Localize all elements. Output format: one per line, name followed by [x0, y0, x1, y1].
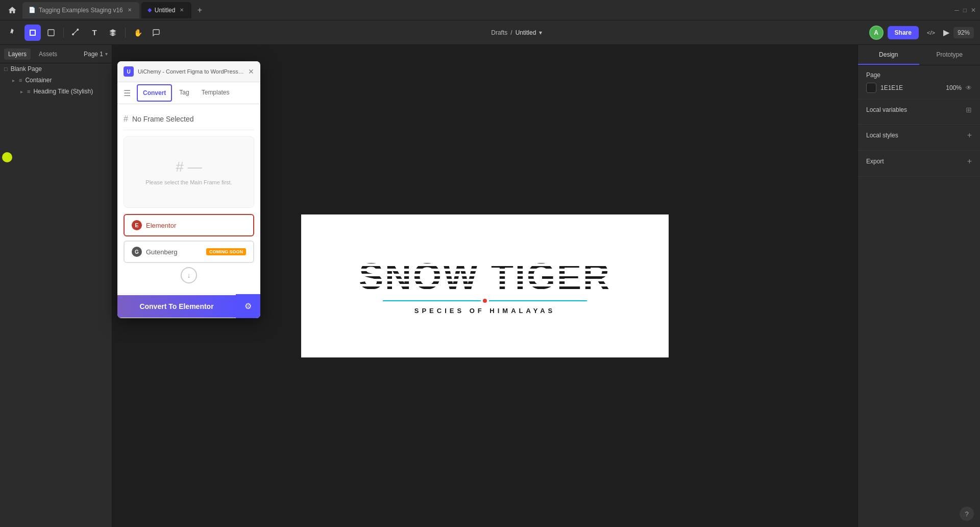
svg-rect-4 [48, 30, 54, 36]
zoom-level[interactable]: 92% [953, 27, 974, 38]
layer-container-icon: ≡ [19, 77, 22, 83]
elementor-icon: E [132, 220, 142, 230]
layer-blank-page[interactable]: □ Blank Page [0, 63, 112, 75]
export-section: Export + [858, 151, 980, 177]
assets-tab[interactable]: Assets [35, 49, 61, 60]
svg-rect-3 [30, 35, 36, 36]
local-styles-title: Local styles [866, 132, 898, 139]
layer-container-label: Container [25, 77, 52, 84]
tiger-divider [383, 299, 587, 303]
home-icon[interactable] [4, 2, 20, 18]
comment-tool[interactable] [148, 25, 164, 41]
local-styles-section: Local styles + [858, 125, 980, 151]
left-panel: Layers Assets Page 1 ▾ □ Blank Page ▸ ≡ … [0, 45, 112, 527]
components-tool[interactable] [105, 25, 121, 41]
layer-container[interactable]: ▸ ≡ Container [0, 75, 112, 86]
frame-tool[interactable] [24, 25, 41, 41]
convert-settings-button[interactable]: ⚙ [236, 294, 260, 318]
plugin-tab-tag[interactable]: Tag [174, 85, 194, 101]
cursor-indicator [2, 152, 12, 162]
close-tab-tagging[interactable]: ✕ [126, 7, 133, 14]
no-frame-icon: # [124, 114, 128, 124]
page-section-title: Page [866, 71, 880, 79]
export-title: Export [866, 158, 884, 165]
export-add[interactable]: + [967, 157, 972, 166]
layer-blank-page-icon: □ [4, 66, 8, 72]
plugin-logo: U [124, 66, 134, 77]
tab-tagging[interactable]: 📄 Tagging Examples Staging v16 ✕ [22, 2, 139, 18]
text-tool[interactable]: T [86, 25, 103, 41]
code-view-button[interactable]: </> [923, 25, 939, 41]
page-color-row: 1E1E1E 100% 👁 [866, 83, 972, 93]
gutenberg-button[interactable]: G Gutenberg COMING SOON [124, 241, 254, 263]
plugin-header: U UiChemy - Convert Figma to WordPress (… [117, 61, 260, 82]
user-avatar[interactable]: A [869, 26, 884, 40]
soon-badge: COMING SOON [206, 248, 246, 255]
page-color-swatch[interactable] [866, 83, 876, 93]
plugin-placeholder: # — Please select the Main Frame first. [124, 136, 254, 208]
placeholder-text: Please select the Main Frame first. [145, 179, 232, 185]
design-frame-container: SNOW TIGER SPECIES OF HIMALAYAS [301, 214, 669, 357]
plugin-menu-icon[interactable]: ☰ [124, 88, 131, 98]
layer-heading[interactable]: ▸ ≡ Heading Title (Stylish) [0, 86, 112, 97]
left-panel-tabs: Layers Assets Page 1 ▾ [0, 45, 112, 63]
elementor-button[interactable]: E Elementor [124, 214, 254, 236]
layer-blank-page-label: Blank Page [11, 65, 42, 73]
design-frame: SNOW TIGER SPECIES OF HIMALAYAS [301, 214, 669, 357]
plugin-tab-templates[interactable]: Templates [197, 85, 235, 101]
tiger-dot [483, 299, 487, 303]
gutenberg-icon: G [132, 247, 142, 257]
layer-heading-label: Heading Title (Stylish) [33, 88, 93, 95]
move-tool[interactable] [6, 25, 22, 41]
layers-tab[interactable]: Layers [4, 49, 31, 60]
svg-point-5 [72, 34, 74, 35]
tiger-subtitle: SPECIES OF HIMALAYAS [414, 307, 556, 315]
local-variables-section: Local variables ⊞ [858, 100, 980, 125]
local-variables-icon[interactable]: ⊞ [966, 106, 972, 114]
plugin-panel: U UiChemy - Convert Figma to WordPress (… [117, 61, 260, 318]
share-button[interactable]: Share [888, 26, 919, 39]
prototype-tab[interactable]: Prototype [919, 45, 981, 65]
toolbar: T ✋ Drafts / Untitled ▾ A Share </> ▶ 92… [0, 20, 980, 45]
svg-point-6 [77, 29, 79, 30]
layer-heading-icon: ≡ [27, 88, 30, 94]
page-select[interactable]: Page 1 [84, 51, 103, 58]
plugin-close-button[interactable]: ✕ [248, 67, 254, 76]
page-color-value: 1E1E1E [880, 84, 903, 91]
plugin-tabs: ☰ Convert Tag Templates [117, 82, 260, 104]
page-opacity: 100% [946, 84, 962, 91]
snow-tiger-title: SNOW TIGER [359, 258, 611, 295]
help-button[interactable]: ? [960, 507, 974, 521]
add-tab-button[interactable]: + [193, 4, 206, 16]
convert-main-button[interactable]: Convert To Elementor [117, 295, 236, 318]
toolbar-separator-2 [125, 28, 126, 38]
plugin-footer: Convert To Elementor ⚙ [117, 294, 260, 318]
right-panel-tabs: Design Prototype [858, 45, 980, 65]
play-button[interactable]: ▶ [943, 28, 949, 37]
plugin-body: # No Frame Selected # — Please select th… [117, 104, 260, 294]
scale-tool[interactable] [43, 25, 59, 41]
svg-rect-2 [30, 30, 36, 31]
hand-tool[interactable]: ✋ [130, 25, 146, 41]
scroll-down-button[interactable]: ↓ [181, 267, 197, 283]
page-section: Page 1E1E1E 100% 👁 [858, 65, 980, 100]
no-frame-section: # No Frame Selected [124, 110, 254, 130]
plugin-tab-convert[interactable]: Convert [137, 84, 172, 102]
design-tab[interactable]: Design [858, 45, 919, 65]
tiger-line-right [489, 300, 587, 301]
title-bar: 📄 Tagging Examples Staging v16 ✕ ◆ Untit… [0, 0, 980, 20]
right-panel: Design Prototype Page 1E1E1E 100% 👁 Loca… [857, 45, 980, 527]
scroll-down-area: ↓ [124, 267, 254, 283]
plugin-title: UiChemy - Convert Figma to WordPress ( E… [138, 68, 244, 75]
local-variables-title: Local variables [866, 106, 907, 113]
tab-untitled[interactable]: ◆ Untitled ✕ [141, 2, 192, 18]
no-frame-text: No Frame Selected [132, 115, 194, 123]
local-styles-add[interactable]: + [967, 131, 972, 140]
tiger-line-left [383, 300, 481, 301]
close-tab-untitled[interactable]: ✕ [178, 7, 185, 14]
toolbar-separator-1 [63, 28, 64, 38]
page-visibility-toggle[interactable]: 👁 [966, 84, 972, 91]
file-breadcrumb: Drafts / Untitled ▾ [491, 29, 542, 36]
vector-tool[interactable] [68, 25, 84, 41]
